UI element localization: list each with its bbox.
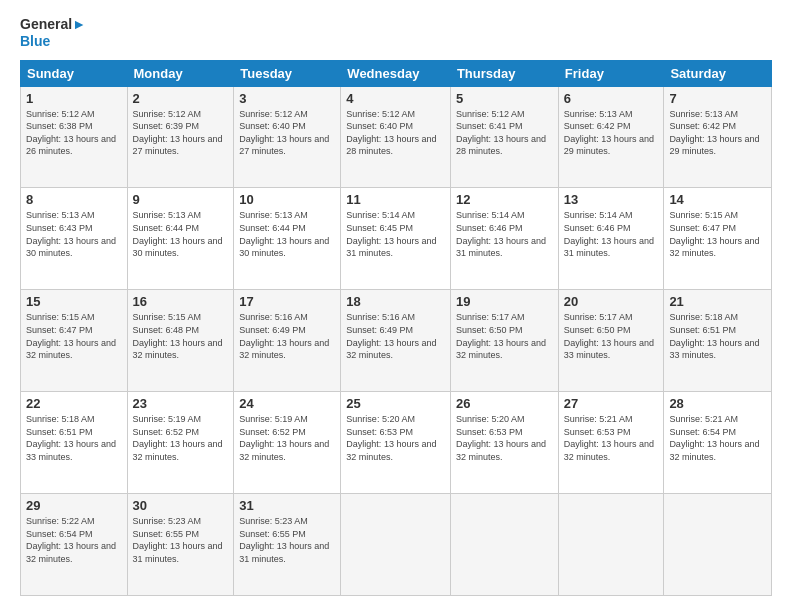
day-info: Sunrise: 5:16 AMSunset: 6:49 PMDaylight:… [346, 312, 436, 360]
day-info: Sunrise: 5:21 AMSunset: 6:53 PMDaylight:… [564, 414, 654, 462]
day-number: 30 [133, 498, 229, 513]
calendar-cell [341, 494, 451, 596]
day-number: 28 [669, 396, 766, 411]
calendar-cell: 26Sunrise: 5:20 AMSunset: 6:53 PMDayligh… [450, 392, 558, 494]
day-info: Sunrise: 5:13 AMSunset: 6:42 PMDaylight:… [564, 109, 654, 157]
calendar-cell: 16Sunrise: 5:15 AMSunset: 6:48 PMDayligh… [127, 290, 234, 392]
day-info: Sunrise: 5:20 AMSunset: 6:53 PMDaylight:… [456, 414, 546, 462]
day-info: Sunrise: 5:23 AMSunset: 6:55 PMDaylight:… [239, 516, 329, 564]
calendar-cell [664, 494, 772, 596]
day-number: 19 [456, 294, 553, 309]
calendar: SundayMondayTuesdayWednesdayThursdayFrid… [20, 60, 772, 596]
day-info: Sunrise: 5:22 AMSunset: 6:54 PMDaylight:… [26, 516, 116, 564]
day-number: 20 [564, 294, 659, 309]
day-number: 26 [456, 396, 553, 411]
calendar-cell: 4Sunrise: 5:12 AMSunset: 6:40 PMDaylight… [341, 86, 451, 188]
calendar-cell: 28Sunrise: 5:21 AMSunset: 6:54 PMDayligh… [664, 392, 772, 494]
day-number: 27 [564, 396, 659, 411]
day-info: Sunrise: 5:15 AMSunset: 6:47 PMDaylight:… [26, 312, 116, 360]
logo: General► Blue [20, 16, 86, 50]
calendar-cell: 20Sunrise: 5:17 AMSunset: 6:50 PMDayligh… [558, 290, 664, 392]
calendar-cell: 21Sunrise: 5:18 AMSunset: 6:51 PMDayligh… [664, 290, 772, 392]
day-number: 9 [133, 192, 229, 207]
day-info: Sunrise: 5:21 AMSunset: 6:54 PMDaylight:… [669, 414, 759, 462]
day-number: 12 [456, 192, 553, 207]
day-number: 11 [346, 192, 445, 207]
day-number: 16 [133, 294, 229, 309]
calendar-cell: 8Sunrise: 5:13 AMSunset: 6:43 PMDaylight… [21, 188, 128, 290]
logo-text: General► Blue [20, 16, 86, 50]
day-of-week-header: Wednesday [341, 60, 451, 86]
day-number: 22 [26, 396, 122, 411]
day-info: Sunrise: 5:14 AMSunset: 6:46 PMDaylight:… [456, 210, 546, 258]
day-number: 15 [26, 294, 122, 309]
day-info: Sunrise: 5:13 AMSunset: 6:44 PMDaylight:… [133, 210, 223, 258]
calendar-cell: 23Sunrise: 5:19 AMSunset: 6:52 PMDayligh… [127, 392, 234, 494]
calendar-cell: 7Sunrise: 5:13 AMSunset: 6:42 PMDaylight… [664, 86, 772, 188]
day-of-week-header: Thursday [450, 60, 558, 86]
calendar-cell: 5Sunrise: 5:12 AMSunset: 6:41 PMDaylight… [450, 86, 558, 188]
calendar-cell: 27Sunrise: 5:21 AMSunset: 6:53 PMDayligh… [558, 392, 664, 494]
day-number: 17 [239, 294, 335, 309]
day-info: Sunrise: 5:19 AMSunset: 6:52 PMDaylight:… [239, 414, 329, 462]
calendar-cell: 18Sunrise: 5:16 AMSunset: 6:49 PMDayligh… [341, 290, 451, 392]
day-number: 14 [669, 192, 766, 207]
calendar-cell: 11Sunrise: 5:14 AMSunset: 6:45 PMDayligh… [341, 188, 451, 290]
day-info: Sunrise: 5:17 AMSunset: 6:50 PMDaylight:… [456, 312, 546, 360]
day-info: Sunrise: 5:19 AMSunset: 6:52 PMDaylight:… [133, 414, 223, 462]
day-number: 4 [346, 91, 445, 106]
day-info: Sunrise: 5:17 AMSunset: 6:50 PMDaylight:… [564, 312, 654, 360]
day-info: Sunrise: 5:18 AMSunset: 6:51 PMDaylight:… [26, 414, 116, 462]
day-info: Sunrise: 5:15 AMSunset: 6:48 PMDaylight:… [133, 312, 223, 360]
day-info: Sunrise: 5:12 AMSunset: 6:40 PMDaylight:… [346, 109, 436, 157]
day-info: Sunrise: 5:12 AMSunset: 6:40 PMDaylight:… [239, 109, 329, 157]
calendar-cell: 31Sunrise: 5:23 AMSunset: 6:55 PMDayligh… [234, 494, 341, 596]
calendar-cell: 12Sunrise: 5:14 AMSunset: 6:46 PMDayligh… [450, 188, 558, 290]
day-of-week-header: Sunday [21, 60, 128, 86]
day-number: 31 [239, 498, 335, 513]
day-number: 6 [564, 91, 659, 106]
day-number: 2 [133, 91, 229, 106]
day-info: Sunrise: 5:13 AMSunset: 6:44 PMDaylight:… [239, 210, 329, 258]
day-number: 21 [669, 294, 766, 309]
day-number: 1 [26, 91, 122, 106]
calendar-cell: 19Sunrise: 5:17 AMSunset: 6:50 PMDayligh… [450, 290, 558, 392]
day-number: 24 [239, 396, 335, 411]
day-info: Sunrise: 5:15 AMSunset: 6:47 PMDaylight:… [669, 210, 759, 258]
day-info: Sunrise: 5:18 AMSunset: 6:51 PMDaylight:… [669, 312, 759, 360]
calendar-cell: 22Sunrise: 5:18 AMSunset: 6:51 PMDayligh… [21, 392, 128, 494]
day-of-week-header: Saturday [664, 60, 772, 86]
day-number: 10 [239, 192, 335, 207]
day-info: Sunrise: 5:23 AMSunset: 6:55 PMDaylight:… [133, 516, 223, 564]
day-of-week-header: Monday [127, 60, 234, 86]
day-number: 8 [26, 192, 122, 207]
day-info: Sunrise: 5:16 AMSunset: 6:49 PMDaylight:… [239, 312, 329, 360]
day-info: Sunrise: 5:13 AMSunset: 6:43 PMDaylight:… [26, 210, 116, 258]
day-info: Sunrise: 5:12 AMSunset: 6:38 PMDaylight:… [26, 109, 116, 157]
calendar-cell: 17Sunrise: 5:16 AMSunset: 6:49 PMDayligh… [234, 290, 341, 392]
day-number: 5 [456, 91, 553, 106]
day-info: Sunrise: 5:12 AMSunset: 6:39 PMDaylight:… [133, 109, 223, 157]
calendar-cell: 9Sunrise: 5:13 AMSunset: 6:44 PMDaylight… [127, 188, 234, 290]
day-info: Sunrise: 5:14 AMSunset: 6:45 PMDaylight:… [346, 210, 436, 258]
day-of-week-header: Friday [558, 60, 664, 86]
calendar-cell: 25Sunrise: 5:20 AMSunset: 6:53 PMDayligh… [341, 392, 451, 494]
day-number: 29 [26, 498, 122, 513]
calendar-cell: 14Sunrise: 5:15 AMSunset: 6:47 PMDayligh… [664, 188, 772, 290]
day-info: Sunrise: 5:13 AMSunset: 6:42 PMDaylight:… [669, 109, 759, 157]
calendar-cell: 30Sunrise: 5:23 AMSunset: 6:55 PMDayligh… [127, 494, 234, 596]
calendar-cell [558, 494, 664, 596]
calendar-cell [450, 494, 558, 596]
day-number: 7 [669, 91, 766, 106]
day-info: Sunrise: 5:12 AMSunset: 6:41 PMDaylight:… [456, 109, 546, 157]
day-number: 25 [346, 396, 445, 411]
calendar-cell: 1Sunrise: 5:12 AMSunset: 6:38 PMDaylight… [21, 86, 128, 188]
day-info: Sunrise: 5:20 AMSunset: 6:53 PMDaylight:… [346, 414, 436, 462]
calendar-cell: 15Sunrise: 5:15 AMSunset: 6:47 PMDayligh… [21, 290, 128, 392]
calendar-cell: 24Sunrise: 5:19 AMSunset: 6:52 PMDayligh… [234, 392, 341, 494]
day-number: 3 [239, 91, 335, 106]
day-number: 13 [564, 192, 659, 207]
calendar-cell: 29Sunrise: 5:22 AMSunset: 6:54 PMDayligh… [21, 494, 128, 596]
day-of-week-header: Tuesday [234, 60, 341, 86]
calendar-cell: 6Sunrise: 5:13 AMSunset: 6:42 PMDaylight… [558, 86, 664, 188]
